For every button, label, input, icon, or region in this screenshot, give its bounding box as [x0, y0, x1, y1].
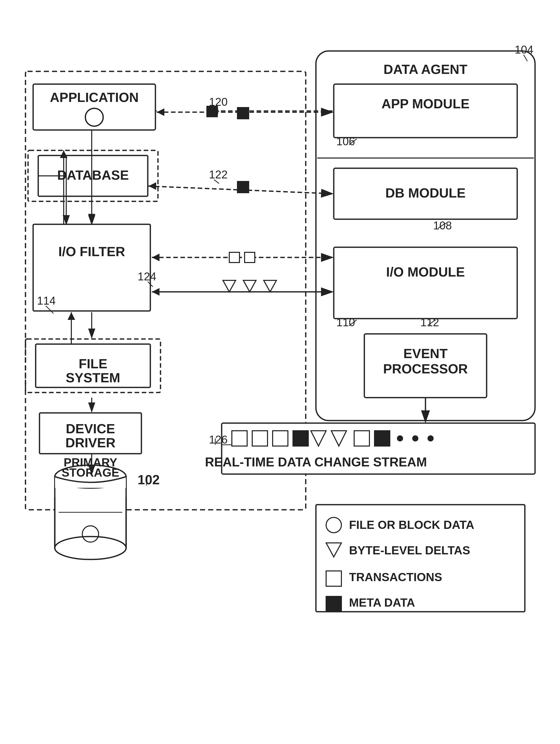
- app-module-label: APP MODULE: [382, 96, 470, 111]
- ref-104-label: 104: [515, 43, 533, 56]
- svg-rect-67: [237, 181, 249, 193]
- primary-storage-label2: STORAGE: [62, 466, 119, 479]
- svg-point-44: [412, 435, 418, 441]
- svg-point-45: [428, 435, 434, 441]
- event-processor-label2: PROCESSOR: [383, 362, 468, 376]
- legend-file-label: FILE OR BLOCK DATA: [349, 518, 474, 531]
- ref-122-label: 122: [209, 168, 228, 181]
- svg-rect-70: [229, 252, 239, 263]
- ref-114-label: 114: [37, 294, 55, 307]
- svg-rect-38: [293, 431, 308, 446]
- svg-rect-63: [237, 107, 249, 119]
- ref-106-label: 106: [336, 135, 355, 148]
- legend-transactions-label: TRANSACTIONS: [349, 570, 442, 584]
- file-system-label: FILE: [79, 356, 108, 371]
- ref-126-label: 126: [209, 433, 228, 446]
- ref-120-label: 120: [209, 96, 228, 108]
- svg-point-43: [397, 435, 403, 441]
- realtime-stream-label: REAL-TIME DATA CHANGE STREAM: [205, 455, 427, 469]
- svg-rect-42: [374, 431, 390, 446]
- io-module-label: I/O MODULE: [386, 265, 465, 280]
- database-label: DATABASE: [57, 168, 129, 183]
- legend-meta-label: META DATA: [349, 596, 415, 609]
- legend-byte-label: BYTE-LEVEL DELTAS: [349, 544, 470, 557]
- ref-102-label: 102: [137, 472, 160, 487]
- svg-rect-30: [334, 247, 517, 319]
- file-system-label2: SYSTEM: [66, 370, 120, 385]
- ref-110-label: 110: [336, 316, 355, 329]
- svg-point-17: [55, 536, 126, 559]
- svg-rect-71: [245, 252, 255, 263]
- io-filter-label: I/O FILTER: [58, 244, 125, 259]
- ref-112-label: 112: [421, 316, 439, 329]
- ref-124-label: 124: [137, 270, 156, 283]
- event-processor-label: EVENT: [403, 346, 448, 361]
- db-module-label: DB MODULE: [386, 186, 466, 200]
- diagram-container: 102 APPLICATION DATABASE I/O FILTER 114 …: [0, 0, 560, 744]
- svg-rect-52: [326, 596, 342, 612]
- device-driver-label: DEVICE: [66, 421, 115, 436]
- device-driver-label2: DRIVER: [66, 435, 115, 450]
- application-label: APPLICATION: [50, 90, 139, 105]
- data-agent-label: DATA AGENT: [384, 62, 468, 77]
